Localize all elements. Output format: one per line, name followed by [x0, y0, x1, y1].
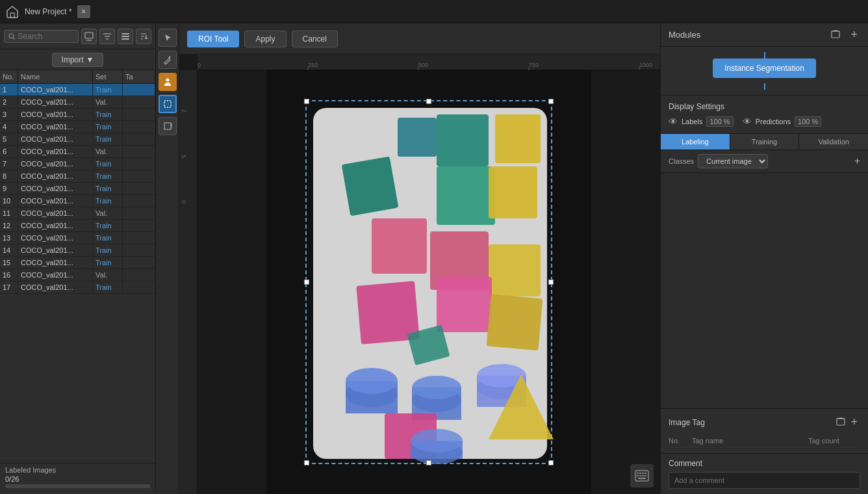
classes-add-button[interactable]: +	[854, 155, 860, 167]
svg-rect-57	[638, 478, 646, 479]
list-filter-icon[interactable]	[99, 29, 115, 44]
td-ta	[123, 183, 155, 194]
roi-tool-icon[interactable]	[159, 95, 177, 113]
image-filter-icon[interactable]	[81, 29, 97, 44]
table-row[interactable]: 17 COCO_val201... Train	[0, 281, 155, 294]
handle-bm[interactable]	[426, 460, 431, 465]
td-set: Train	[93, 170, 123, 182]
canvas-area: 0 250 500 750 1000 2 5 0	[179, 55, 660, 494]
magic-tool-icon[interactable]	[159, 51, 177, 69]
home-icon[interactable]	[5, 5, 19, 19]
td-set: Train	[93, 195, 123, 207]
col-ta: Ta	[123, 70, 155, 83]
table-row[interactable]: 6 COCO_val201... Val.	[0, 146, 155, 158]
td-ta	[123, 232, 155, 244]
transform-tool-icon[interactable]	[159, 117, 177, 135]
table-row[interactable]: 9 COCO_val201... Train	[0, 183, 155, 195]
handle-bl[interactable]	[304, 460, 309, 465]
td-ta	[123, 207, 155, 219]
handle-tm[interactable]	[426, 99, 431, 104]
modules-add-button[interactable]: +	[848, 27, 860, 43]
labels-eye-icon[interactable]: 👁	[669, 116, 678, 127]
td-ta	[123, 84, 155, 96]
table-row[interactable]: 13 COCO_val201... Train	[0, 232, 155, 244]
td-ta	[123, 195, 155, 207]
comment-input[interactable]	[669, 472, 860, 489]
search-box[interactable]	[4, 30, 79, 43]
table-row[interactable]: 16 COCO_val201... Val.	[0, 269, 155, 281]
td-name: COCO_val201...	[18, 220, 93, 231]
handle-mr[interactable]	[548, 280, 554, 285]
handle-tl[interactable]	[304, 99, 309, 104]
table-row[interactable]: 10 COCO_val201... Train	[0, 195, 155, 207]
svg-point-47	[411, 429, 463, 452]
tab-training[interactable]: Training	[730, 134, 800, 150]
import-chevron-icon: ▼	[86, 55, 94, 64]
table-row[interactable]: 4 COCO_val201... Train	[0, 121, 155, 133]
td-name: COCO_val201...	[18, 84, 93, 96]
td-ta	[123, 170, 155, 182]
table-row[interactable]: 3 COCO_val201... Train	[0, 109, 155, 121]
project-title: New Project *	[25, 7, 72, 16]
svg-rect-24	[342, 157, 399, 216]
apply-button[interactable]: Apply	[244, 31, 286, 47]
instance-segmentation-button[interactable]: Instance Segmentation	[713, 58, 816, 78]
table-row[interactable]: 15 COCO_val201... Train	[0, 257, 155, 269]
svg-point-36	[346, 368, 398, 394]
svg-rect-50	[639, 473, 641, 474]
table-row[interactable]: 1 COCO_val201... Train	[0, 84, 155, 96]
td-no: 14	[0, 244, 18, 256]
image-tag-delete-button[interactable]	[834, 415, 848, 429]
labels-label: Labels	[682, 118, 702, 125]
cancel-button[interactable]: Cancel	[292, 31, 338, 47]
image-tag-add-button[interactable]: +	[848, 414, 860, 430]
list-view-icon[interactable]	[118, 29, 133, 44]
td-set: Train	[93, 281, 123, 293]
classes-label: Classes	[669, 157, 694, 165]
main-image	[307, 101, 554, 465]
td-name: COCO_val201...	[18, 133, 93, 145]
image-tag-title: Image Tag	[669, 418, 834, 427]
td-no: 2	[0, 96, 18, 108]
svg-rect-23	[398, 118, 437, 157]
table-row[interactable]: 8 COCO_val201... Train	[0, 170, 155, 183]
handle-tr[interactable]	[548, 99, 554, 104]
table-row[interactable]: 7 COCO_val201... Train	[0, 158, 155, 170]
handle-br[interactable]	[548, 460, 554, 465]
sort-icon[interactable]	[136, 29, 151, 44]
labels-row: 👁 Labels 100 % 👁 Predictions 100 %	[669, 116, 860, 127]
svg-rect-32	[487, 294, 543, 351]
td-name: COCO_val201...	[18, 183, 93, 194]
modules-delete-button[interactable]	[828, 28, 843, 42]
table-row[interactable]: 14 COCO_val201... Train	[0, 244, 155, 257]
td-no: 7	[0, 158, 18, 170]
classes-area	[661, 173, 868, 408]
roi-tool-button[interactable]: ROI Tool	[187, 31, 239, 47]
tab-validation[interactable]: Validation	[799, 134, 868, 150]
col-no: No.	[0, 70, 18, 83]
td-ta	[123, 96, 155, 108]
canvas-content[interactable]	[198, 70, 660, 494]
person-tool-icon[interactable]	[159, 73, 177, 91]
table-row[interactable]: 5 COCO_val201... Train	[0, 133, 155, 146]
td-no: 11	[0, 207, 18, 219]
image-container	[305, 100, 552, 464]
handle-ml[interactable]	[304, 280, 309, 285]
td-name: COCO_val201...	[18, 232, 93, 244]
predictions-eye-icon[interactable]: 👁	[743, 116, 752, 127]
td-name: COCO_val201...	[18, 121, 93, 133]
table-row[interactable]: 2 COCO_val201... Val.	[0, 96, 155, 109]
search-input[interactable]	[18, 32, 74, 41]
table-row[interactable]: 11 COCO_val201... Val.	[0, 207, 155, 220]
pointer-tool-icon[interactable]	[159, 29, 177, 47]
keyboard-icon[interactable]	[630, 464, 654, 488]
tab-labeling[interactable]: Labeling	[661, 134, 730, 150]
import-button[interactable]: Import ▼	[52, 53, 104, 67]
close-button[interactable]: ×	[77, 5, 90, 18]
table-row[interactable]: 12 COCO_val201... Train	[0, 220, 155, 232]
td-ta	[123, 257, 155, 268]
td-ta	[123, 121, 155, 133]
svg-point-1	[9, 33, 14, 38]
classes-dropdown[interactable]: Current image	[698, 154, 768, 168]
ruler-tick-1000: 1000	[639, 62, 652, 68]
